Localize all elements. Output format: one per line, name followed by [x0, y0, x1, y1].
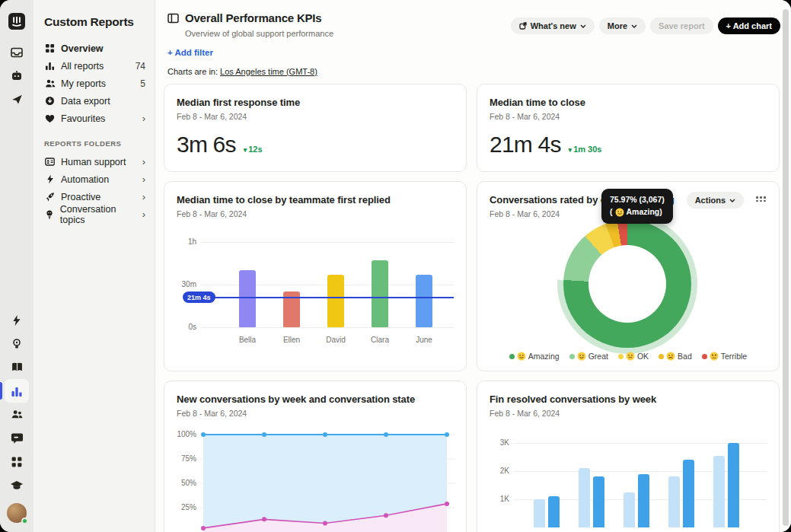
- actions-button[interactable]: Actions: [687, 192, 744, 209]
- sidebar-item-label: Overview: [61, 43, 104, 54]
- timezone-row: Charts are in: Los Angeles time (GMT-8): [167, 67, 779, 76]
- legend-item-great[interactable]: Great: [569, 352, 608, 361]
- sidebar-folder-human-support[interactable]: Human support ›: [33, 153, 155, 170]
- fin-ai-icon[interactable]: [5, 64, 29, 88]
- legend-item-amazing[interactable]: Amazing: [509, 352, 560, 361]
- sidebar-item-count: 74: [136, 61, 145, 72]
- report-header: Overall Performance KPIs Overview of glo…: [155, 0, 791, 76]
- bar-week2-series-dark[interactable]: [593, 476, 604, 527]
- apps-icon[interactable]: [5, 450, 29, 473]
- sidebar-item-label: My reports: [61, 78, 106, 89]
- y-tick-label: 2K: [477, 467, 509, 475]
- bar-week5-series-light[interactable]: [713, 456, 725, 527]
- bar-week3-series-dark[interactable]: [638, 474, 649, 527]
- sidebar-item-data-export[interactable]: Data export: [33, 92, 155, 110]
- chart-tooltip: 75.97% (3,067) (Amazing): [601, 189, 673, 224]
- chevron-down-icon: [729, 199, 735, 202]
- sidebar-item-my-reports[interactable]: My reports 5: [33, 75, 155, 92]
- y-tick-label: 75%: [164, 454, 196, 463]
- inbox-icon[interactable]: [5, 40, 29, 64]
- online-status-dot: [21, 518, 28, 524]
- intercom-logo[interactable]: [5, 9, 29, 33]
- card-title: Median first response time: [177, 97, 454, 108]
- bar-week1-series-dark[interactable]: [548, 496, 560, 527]
- legend-item-bad[interactable]: Bad: [659, 352, 692, 361]
- actions-label: Actions: [695, 196, 726, 205]
- card-date-range: Feb 8 - Mar 6, 2024: [490, 112, 767, 121]
- triangle-down-icon: ▾: [569, 146, 573, 154]
- stacked-area-chart[interactable]: [164, 381, 467, 532]
- rating-legend: Amazing Great OK Bad Terrible: [477, 352, 779, 361]
- bar-week3-series-light[interactable]: [624, 492, 635, 527]
- x-tick-label: June: [401, 336, 447, 344]
- bar-week5-series-dark[interactable]: [728, 443, 739, 527]
- cards-grid: Median first response time Feb 8 - Mar 6…: [164, 84, 780, 532]
- vertical-scrollbar[interactable]: [783, 9, 789, 526]
- conversations-icon[interactable]: [5, 426, 29, 450]
- sidebar-item-label: Human support: [61, 157, 126, 167]
- add-chart-button[interactable]: + Add chart: [718, 18, 780, 34]
- card-date-range: Feb 8 - Mar 6, 2024: [177, 209, 454, 218]
- automation-icon[interactable]: [5, 308, 29, 332]
- outbound-icon[interactable]: [5, 88, 29, 111]
- x-tick-label: Ellen: [269, 336, 314, 344]
- sidebar-item-all-reports[interactable]: All reports 74: [33, 57, 155, 75]
- legend-dot: [659, 354, 664, 359]
- bar-david[interactable]: [327, 275, 344, 327]
- sidebar-item-favourites[interactable]: Favourites ›: [33, 110, 155, 127]
- main-content: Overall Performance KPIs Overview of glo…: [155, 0, 791, 532]
- sidebar-title: Custom Reports: [33, 0, 155, 40]
- card-new-conversations-by-state: New conversations by week and conversati…: [164, 381, 467, 532]
- add-filter-button[interactable]: + Add filter: [167, 48, 779, 57]
- insights-icon[interactable]: [5, 332, 29, 355]
- heart-icon: [44, 114, 56, 123]
- legend-item-ok[interactable]: OK: [618, 352, 649, 361]
- x-tick-label: David: [313, 336, 359, 344]
- timezone-label: Charts are in:: [167, 67, 218, 76]
- external-link-icon: [519, 22, 527, 30]
- x-tick-label: Clara: [357, 336, 403, 344]
- bar-bella[interactable]: [239, 270, 256, 327]
- bar-week2-series-light[interactable]: [579, 468, 590, 527]
- card-median-close-by-teammate: Median time to close by teammate first r…: [164, 181, 467, 371]
- bar-clara[interactable]: [372, 260, 388, 327]
- median-reference-badge[interactable]: 21m 4s: [183, 291, 215, 303]
- bar-week4-series-light[interactable]: [668, 476, 680, 527]
- chevron-down-icon: [580, 24, 586, 28]
- y-tick-label: 1K: [477, 495, 509, 503]
- sidebar-folder-conversation-topics[interactable]: Conversation topics ›: [33, 205, 155, 223]
- sidebar-folder-automation[interactable]: Automation ›: [33, 170, 155, 188]
- bar-week1-series-light[interactable]: [534, 499, 545, 527]
- academy-icon[interactable]: [5, 473, 29, 497]
- y-tick-label: 100%: [164, 430, 196, 438]
- user-avatar[interactable]: [7, 503, 27, 523]
- card-median-first-response: Median first response time Feb 8 - Mar 6…: [164, 84, 467, 172]
- reports-icon[interactable]: [5, 379, 29, 403]
- more-button[interactable]: More: [599, 18, 646, 34]
- grid-icon: [44, 43, 56, 53]
- x-tick-label: Bella: [225, 336, 270, 344]
- contacts-icon[interactable]: [5, 403, 29, 426]
- people-icon: [44, 78, 56, 88]
- sidebar-item-overview[interactable]: Overview: [33, 40, 155, 57]
- bar-june[interactable]: [416, 275, 432, 327]
- download-circle-icon: [44, 96, 56, 106]
- bar-week4-series-dark[interactable]: [683, 460, 694, 527]
- timezone-link[interactable]: Los Angeles time (GMT-8): [220, 67, 317, 76]
- bolt-icon: [44, 174, 56, 184]
- sidebar-item-label: Data export: [61, 96, 110, 107]
- legend-item-terrible[interactable]: Terrible: [702, 352, 747, 361]
- drag-handle-icon[interactable]: [756, 196, 766, 202]
- save-report-button[interactable]: Save report: [650, 18, 713, 34]
- id-card-icon: [44, 157, 56, 167]
- y-tick-label: 1h: [164, 237, 196, 246]
- panel-toggle-icon[interactable]: [167, 13, 179, 24]
- kpi-delta: ▾1m 30s: [569, 145, 602, 154]
- whats-new-button[interactable]: What's new: [511, 18, 595, 34]
- knowledge-icon[interactable]: [5, 355, 29, 379]
- triangle-down-icon: ▾: [244, 146, 247, 154]
- sidebar-item-count: 5: [140, 78, 145, 89]
- rocket-icon: [44, 192, 56, 202]
- sidebar-item-label: Automation: [61, 174, 109, 185]
- y-tick-label: 30m: [164, 280, 196, 288]
